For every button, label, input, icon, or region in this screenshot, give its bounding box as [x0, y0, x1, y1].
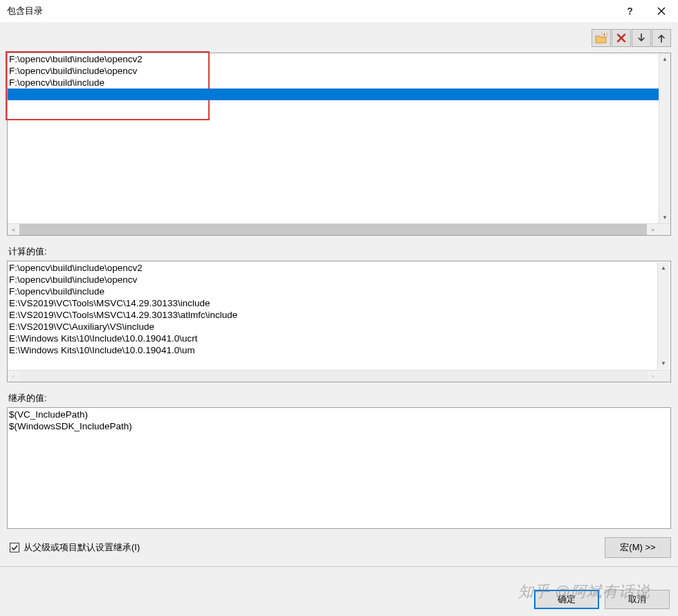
dialog-window: 包含目录 ? [0, 0, 678, 616]
computed-row: F:\opencv\build\include\opencv [9, 274, 657, 286]
computed-row: E:\VS2019\VC\Tools\MSVC\14.29.30133\atlm… [9, 309, 657, 321]
folder-new-icon [595, 32, 607, 44]
hscroll-track [19, 371, 647, 382]
horizontal-scrollbar: < > [8, 370, 670, 382]
titlebar: 包含目录 ? [0, 0, 678, 22]
dialog-footer: 知乎 @阿斌有话说 确定 取消 [0, 583, 678, 616]
hscroll-thumb[interactable] [19, 224, 647, 235]
checkmark-icon [11, 544, 18, 551]
path-row[interactable]: F:\opencv\build\include [8, 77, 659, 88]
separator [0, 566, 678, 567]
inherited-row: $(WindowsSDK_IncludePath) [9, 420, 669, 432]
path-row-empty-selected[interactable] [8, 88, 659, 100]
scroll-right-arrow[interactable]: > [647, 224, 659, 235]
ok-button[interactable]: 确定 [534, 590, 599, 609]
close-button[interactable] [645, 0, 677, 22]
new-folder-button[interactable] [592, 29, 611, 47]
scroll-left-arrow[interactable]: < [8, 224, 19, 235]
arrow-down-icon [637, 33, 645, 43]
inherit-checkbox-row: 从父级或项目默认设置继承(I) 宏(M) >> [10, 537, 671, 558]
scroll-corner [659, 224, 670, 235]
cancel-button[interactable]: 取消 [605, 590, 670, 609]
macros-button[interactable]: 宏(M) >> [605, 537, 671, 558]
editor-toolbar [7, 28, 671, 48]
inherit-checkbox[interactable] [10, 543, 19, 552]
window-title: 包含目录 [7, 5, 614, 17]
computed-values-box: F:\opencv\build\include\opencv2 F:\openc… [7, 261, 671, 382]
vertical-scrollbar[interactable]: ▲ ▼ [657, 262, 669, 369]
scroll-track[interactable] [657, 274, 669, 357]
scroll-down-arrow[interactable]: ▼ [659, 212, 670, 223]
scroll-up-arrow[interactable]: ▲ [659, 53, 670, 65]
computed-row: E:\Windows Kits\10\Include\10.0.19041.0\… [9, 333, 657, 344]
paths-editor[interactable]: F:\opencv\build\include\opencv2 F:\openc… [7, 53, 671, 236]
computed-row: F:\opencv\build\include [9, 286, 657, 297]
computed-row: E:\Windows Kits\10\Include\10.0.19041.0\… [9, 344, 657, 356]
computed-row: E:\VS2019\VC\Tools\MSVC\14.29.30133\incl… [9, 297, 657, 309]
computed-values-list[interactable]: F:\opencv\build\include\opencv2 F:\openc… [9, 262, 657, 369]
paths-editor-list[interactable]: F:\opencv\build\include\opencv2 F:\openc… [8, 53, 659, 223]
scroll-down-arrow[interactable]: ▼ [657, 357, 669, 369]
delete-icon [616, 33, 626, 43]
arrow-up-icon [657, 33, 666, 43]
computed-row: E:\VS2019\VC\Auxiliary\VS\include [9, 321, 657, 333]
path-row[interactable]: F:\opencv\build\include\opencv [8, 65, 659, 77]
scroll-right-arrow: > [647, 371, 659, 382]
content-area: F:\opencv\build\include\opencv2 F:\openc… [0, 22, 678, 583]
hscroll-track[interactable] [19, 224, 647, 235]
move-down-button[interactable] [632, 29, 651, 47]
scroll-left-arrow: < [8, 371, 19, 382]
inherit-checkbox-label[interactable]: 从父级或项目默认设置继承(I) [24, 541, 140, 554]
inherited-values-list[interactable]: $(VC_IncludePath) $(WindowsSDK_IncludePa… [9, 409, 669, 528]
computed-values-label: 计算的值: [8, 245, 671, 258]
scroll-up-arrow[interactable]: ▲ [657, 262, 669, 274]
path-row[interactable]: F:\opencv\build\include\opencv2 [8, 53, 659, 65]
delete-button[interactable] [612, 29, 631, 47]
computed-row: F:\opencv\build\include\opencv2 [9, 262, 657, 274]
help-button[interactable]: ? [614, 0, 645, 22]
scroll-corner [659, 371, 670, 382]
scroll-track[interactable] [659, 65, 670, 212]
close-icon [657, 7, 666, 15]
inherited-values-box: $(VC_IncludePath) $(WindowsSDK_IncludePa… [7, 407, 671, 529]
inherited-values-label: 继承的值: [8, 392, 671, 404]
vertical-scrollbar[interactable]: ▲ ▼ [659, 53, 670, 223]
inherited-row: $(VC_IncludePath) [9, 409, 669, 420]
move-up-button[interactable] [652, 29, 671, 47]
horizontal-scrollbar[interactable]: < > [8, 223, 670, 235]
